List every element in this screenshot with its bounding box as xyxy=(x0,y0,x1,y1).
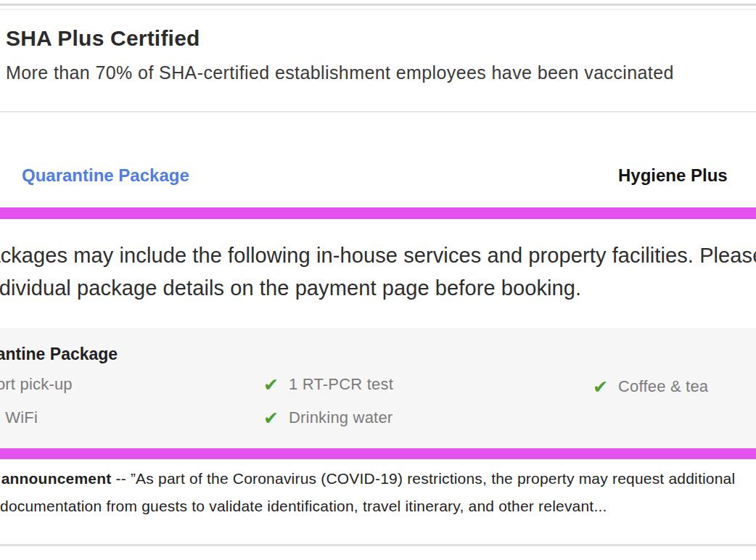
certification-subtitle: More than 70% of SHA-certified establish… xyxy=(6,62,674,83)
package-item-drinking-water: ✔ Drinking water xyxy=(263,407,393,429)
sha-plus-certification-panel: SHA Plus Certified More than 70% of SHA-… xyxy=(0,0,756,560)
announcement-text: -- ”As part of the Coronavirus (COVID-19… xyxy=(111,470,735,487)
tab-hygiene-plus[interactable]: Hygiene Plus xyxy=(618,165,728,186)
tab-quarantine-package[interactable]: Quarantine Package xyxy=(22,165,189,186)
package-item-rtpcr-test: ✔ 1 RT-PCR test xyxy=(263,374,393,395)
package-card-title: Quarantine Package xyxy=(0,345,118,364)
package-item-free-wifi: ✔ Free WiFi xyxy=(0,407,38,429)
accent-bar-top xyxy=(0,207,756,219)
intro-text-line-2: individual package details on the paymen… xyxy=(0,276,581,300)
announcement-line-1: Important announcement -- ”As part of th… xyxy=(0,470,735,487)
intro-text-line-1: Packages may include the following in-ho… xyxy=(0,244,756,268)
package-item-label: 1 RT-PCR test xyxy=(289,374,393,395)
announcement-bold-prefix: Important announcement xyxy=(0,470,111,487)
check-icon: ✔ xyxy=(263,374,279,395)
section-divider xyxy=(0,111,756,112)
page-title: SHA Plus Certified xyxy=(6,26,200,51)
check-icon: ✔ xyxy=(593,376,608,398)
package-item-label: Airport pick-up xyxy=(0,374,73,395)
announcement-line-2: documentation from guests to validate id… xyxy=(0,498,607,515)
package-item-label: Drinking water xyxy=(289,407,393,429)
package-item-label: Free WiFi xyxy=(0,407,38,429)
package-item-coffee-tea: ✔ Coffee & tea xyxy=(593,376,708,398)
bottom-divider xyxy=(0,544,756,546)
accent-bar-bottom xyxy=(0,448,756,459)
package-item-airport-pickup: ✔ Airport pick-up xyxy=(0,374,73,395)
top-divider-secondary xyxy=(0,9,756,10)
package-item-label: Coffee & tea xyxy=(618,376,708,398)
top-divider xyxy=(0,4,756,6)
check-icon: ✔ xyxy=(263,407,279,429)
